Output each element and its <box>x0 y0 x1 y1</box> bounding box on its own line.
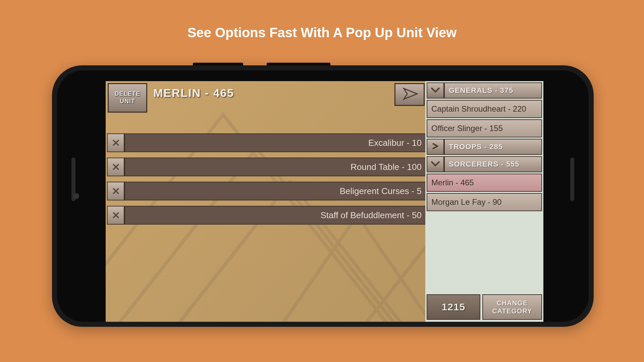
close-icon: ✕ <box>112 137 120 149</box>
topbar: DELETE UNIT MERLIN - 465 <box>106 81 428 118</box>
equipment-label: Round Table - 100 <box>351 162 422 172</box>
category-header: TROOPS - 285 <box>427 139 542 155</box>
phone-button-decoration <box>267 63 330 65</box>
equipment-row: ✕Staff of Befuddlement - 50 <box>107 206 428 225</box>
close-icon: ✕ <box>112 209 120 221</box>
chevron-down-icon <box>431 86 440 95</box>
category-toggle[interactable] <box>427 82 444 99</box>
category-header: SORCERERS - 555 <box>427 156 542 172</box>
category-label[interactable]: GENERALS - 375 <box>444 82 542 99</box>
unit-item[interactable]: Officer Slinger - 155 <box>427 119 542 137</box>
phone-button-decoration <box>193 63 243 65</box>
chevron-down-icon <box>431 160 440 168</box>
change-category-label: CHANGE CATEGORY <box>483 299 541 315</box>
delete-unit-button[interactable]: DELETE UNIT <box>108 83 147 113</box>
equipment-list: ✕Excalibur - 10✕Round Table - 100✕Belige… <box>107 133 428 230</box>
unit-label: Officer Slinger - 155 <box>431 124 503 133</box>
category-toggle[interactable] <box>427 139 444 155</box>
category-label[interactable]: TROOPS - 285 <box>444 139 542 155</box>
close-icon: ✕ <box>112 161 120 173</box>
category-label[interactable]: SORCERERS - 555 <box>444 156 542 172</box>
phone-frame: DELETE UNIT MERLIN - 465 ✕Excalibur - 10… <box>52 65 594 327</box>
equipment-row: ✕Round Table - 100 <box>107 158 428 176</box>
equipment-label: Staff of Befuddlement - 50 <box>320 210 422 221</box>
remove-item-button[interactable]: ✕ <box>107 182 124 200</box>
change-category-button[interactable]: CHANGE CATEGORY <box>482 294 542 320</box>
category-title: TROOPS - 285 <box>449 142 503 151</box>
category-toggle[interactable] <box>427 156 444 172</box>
unit-item[interactable]: Merlin - 465 <box>427 174 542 192</box>
remove-item-button[interactable]: ✕ <box>107 133 124 152</box>
unit-label: Morgan Le Fay - 90 <box>431 197 501 207</box>
back-button[interactable] <box>394 83 425 106</box>
category-title: GENERALS - 375 <box>449 86 514 95</box>
equipment-row: ✕Beligerent Curses - 5 <box>107 182 428 200</box>
side-footer: 1215 CHANGE CATEGORY <box>425 293 543 321</box>
unit-title: MERLIN - 465 <box>153 86 234 100</box>
equipment-item[interactable]: Round Table - 100 <box>124 158 428 176</box>
unit-label: Captain Shroudheart - 220 <box>431 104 526 114</box>
delete-unit-label: DELETE UNIT <box>109 90 146 105</box>
phone-camera-decoration <box>73 193 79 199</box>
phone-speaker-decoration <box>570 158 574 201</box>
unit-item[interactable]: Captain Shroudheart - 220 <box>427 100 542 118</box>
arrow-left-icon <box>401 87 418 102</box>
equipment-item[interactable]: Beligerent Curses - 5 <box>124 182 428 200</box>
equipment-row: ✕Excalibur - 10 <box>107 133 428 152</box>
promo-title: See Options Fast With A Pop Up Unit View <box>0 0 644 40</box>
phone-bezel: DELETE UNIT MERLIN - 465 ✕Excalibur - 10… <box>57 70 589 322</box>
equipment-label: Beligerent Curses - 5 <box>340 186 422 196</box>
remove-item-button[interactable]: ✕ <box>107 206 124 225</box>
chevron-right-icon <box>431 143 440 151</box>
unit-item[interactable]: Morgan Le Fay - 90 <box>427 193 542 211</box>
close-icon: ✕ <box>112 185 120 197</box>
category-header: GENERALS - 375 <box>427 82 542 99</box>
app-screen: DELETE UNIT MERLIN - 465 ✕Excalibur - 10… <box>106 81 543 322</box>
side-panel: GENERALS - 375Captain Shroudheart - 220O… <box>425 81 543 322</box>
points-total: 1215 <box>427 294 480 320</box>
remove-item-button[interactable]: ✕ <box>107 158 124 176</box>
unit-label: Merlin - 465 <box>431 178 474 187</box>
equipment-label: Excalibur - 10 <box>368 138 422 148</box>
equipment-item[interactable]: Excalibur - 10 <box>124 133 428 152</box>
equipment-item[interactable]: Staff of Befuddlement - 50 <box>124 206 428 225</box>
category-title: SORCERERS - 555 <box>449 160 520 169</box>
